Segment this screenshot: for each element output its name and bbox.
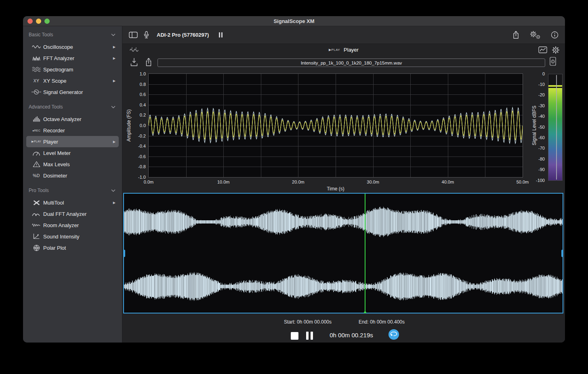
sidebar-item-label: Octave Analyzer <box>43 116 82 122</box>
traffic-lights <box>27 16 50 26</box>
meter-tick-label: -40 <box>538 114 545 119</box>
play-badge: ▶PLAY <box>329 48 340 52</box>
x-tick-label: 40.0m <box>442 180 454 184</box>
microphone-icon[interactable] <box>144 31 149 39</box>
loop-button[interactable] <box>388 329 399 340</box>
import-file-button[interactable] <box>130 57 138 69</box>
sidebar-section-header-advanced-tools[interactable]: Advanced Tools <box>23 102 122 111</box>
y-tick-label: -0.8 <box>138 164 146 169</box>
section-label: Advanced Tools <box>29 104 63 110</box>
fft-analyzer-icon <box>29 56 43 61</box>
sidebar-item-label: Polar Plot <box>43 245 66 251</box>
dual-fft-icon <box>29 211 43 216</box>
x-tick-label: 30.0m <box>367 180 379 184</box>
chevron-right-icon: ▶ <box>113 201 116 205</box>
chevron-down-icon <box>111 106 116 109</box>
sidebar-toggle-button[interactable] <box>129 31 138 38</box>
sidebar-section-advanced-tools: Advanced ToolsOctave Analyzer●RECRecorde… <box>23 102 122 181</box>
sidebar-item-level-meter[interactable]: Level Meter <box>26 147 119 159</box>
sidebar-item-max-levels[interactable]: Max Levels <box>26 159 119 170</box>
sidebar-item-oscilloscope[interactable]: Oscilloscope▶ <box>26 41 119 52</box>
main-toolbar: ADI-2 Pro (57760297) <box>122 26 565 44</box>
selection-start-handle[interactable] <box>123 250 125 257</box>
meter-tick-label: -50 <box>538 125 545 130</box>
sidebar-item-xy-scope[interactable]: XYXY Scope▶ <box>26 75 119 86</box>
device-pause-icon[interactable] <box>219 32 223 38</box>
sidebar-item-room-analyzer[interactable]: Room Analyzer <box>26 219 119 231</box>
sidebar-item-signal-generator[interactable]: Signal Generator <box>26 86 119 98</box>
sidebar-item-label: Spectrogram <box>43 67 73 73</box>
meter-tick-label: -90 <box>538 167 545 172</box>
settings-gears-button[interactable] <box>530 31 540 40</box>
selection-end-handle[interactable] <box>561 250 563 257</box>
pause-button[interactable] <box>306 332 313 340</box>
sidebar-item-player[interactable]: ▶PLAYPlayer▶ <box>26 136 119 147</box>
sidebar-item-sound-intensity[interactable]: Sound Intensity <box>26 231 119 242</box>
waveform-overview[interactable] <box>123 193 563 313</box>
multitool-icon <box>29 200 43 205</box>
section-label: Pro Tools <box>29 188 49 193</box>
tab-player[interactable]: ▶PLAY Player <box>122 47 565 53</box>
player-pane: ▶PLAY Player Intensity_pp_1k_100_0_1k20_… <box>122 44 565 343</box>
sidebar-item-label: Dosimeter <box>43 173 67 179</box>
current-time-label: 0h 00m 00.219s <box>330 332 373 338</box>
minimize-window-button[interactable] <box>36 19 41 24</box>
titlebar: SignalScope XM <box>23 16 565 26</box>
meter-tick-label: -10 <box>538 82 545 87</box>
sidebar-item-label: FFT Analyzer <box>43 55 74 61</box>
sidebar-item-label: Player <box>43 139 58 145</box>
selection-end-label: End: 0h 00m 00.400s <box>359 319 405 325</box>
sidebar-item-dual-fft-analyzer[interactable]: Dual FFT Analyzer <box>26 208 119 219</box>
sidebar-section-header-basic-tools[interactable]: Basic Tools <box>23 30 122 39</box>
y-tick-label: -0.4 <box>138 144 146 148</box>
sidebar-section-header-pro-tools[interactable]: Pro Tools <box>23 186 122 195</box>
main-area: ADI-2 Pro (57760297) <box>122 26 565 343</box>
pane-settings-gear-button[interactable] <box>552 46 560 56</box>
file-info-button[interactable] <box>549 56 556 68</box>
octave-analyzer-icon <box>29 116 43 122</box>
sidebar-item-label: XY Scope <box>43 78 67 84</box>
sidebar-item-fft-analyzer[interactable]: FFT Analyzer▶ <box>26 52 119 64</box>
filename-field[interactable]: Intensity_pp_1k_100_0_1k20_180_7p15mm.wa… <box>158 59 545 67</box>
sidebar-item-label: Room Analyzer <box>43 222 79 228</box>
x-axis-ticks: 0.0m10.0m20.0m30.0m40.0m50.0m <box>149 180 523 185</box>
y-axis-ticks: 1.00.80.60.40.20.0-0.2-0.4-0.6-0.8-1.0 <box>132 74 146 177</box>
section-label: Basic Tools <box>29 32 53 38</box>
sidebar-item-dosimeter[interactable]: %DDosimeter <box>26 170 119 181</box>
x-tick-label: 10.0m <box>217 180 230 184</box>
chevron-right-icon: ▶ <box>113 79 116 83</box>
sidebar-item-octave-analyzer[interactable]: Octave Analyzer <box>26 113 119 125</box>
sidebar-item-multitool[interactable]: MultiTool▶ <box>26 197 119 208</box>
y-tick-label: -0.2 <box>138 134 146 138</box>
y-tick-label: 0.2 <box>140 113 146 117</box>
sidebar-item-polar-plot[interactable]: Polar Plot <box>26 242 119 253</box>
sound-intensity-icon <box>29 233 43 240</box>
export-file-button[interactable] <box>145 57 152 69</box>
app-window: SignalScope XM Basic ToolsOscilloscope▶F… <box>23 16 565 343</box>
sidebar-item-recorder[interactable]: ●RECRecorder <box>26 125 119 136</box>
sidebar-item-label: MultiTool <box>43 200 64 206</box>
y-tick-label: 0.0 <box>140 123 146 128</box>
meter-tick-label: -20 <box>538 92 545 97</box>
recorder-icon: ●REC <box>29 129 43 132</box>
playhead-cursor[interactable] <box>365 194 365 313</box>
info-button[interactable] <box>551 31 559 39</box>
zoom-window-button[interactable] <box>44 19 50 24</box>
chevron-right-icon: ▶ <box>113 45 116 49</box>
sidebar-section-basic-tools: Basic ToolsOscilloscope▶FFT Analyzer▶Spe… <box>23 30 122 98</box>
share-button[interactable] <box>512 31 519 39</box>
meter-peak-indicator <box>548 85 562 87</box>
device-label[interactable]: ADI-2 Pro (57760297) <box>157 32 209 38</box>
y-tick-label: 0.4 <box>140 102 146 107</box>
y-tick-label: 0.8 <box>140 82 146 87</box>
close-window-button[interactable] <box>27 19 33 24</box>
sidebar-item-label: Sound Intensity <box>43 234 80 240</box>
chevron-down-icon <box>111 33 116 36</box>
x-tick-label: 0.0m <box>144 180 153 184</box>
meter-channel-divider <box>556 75 557 180</box>
meter-tick-label: -60 <box>538 135 545 140</box>
sidebar-item-spectrogram[interactable]: Spectrogram <box>26 64 119 75</box>
meter-gradient-fill <box>548 88 562 180</box>
stop-button[interactable] <box>291 332 298 340</box>
chart-view-button[interactable] <box>538 46 547 55</box>
